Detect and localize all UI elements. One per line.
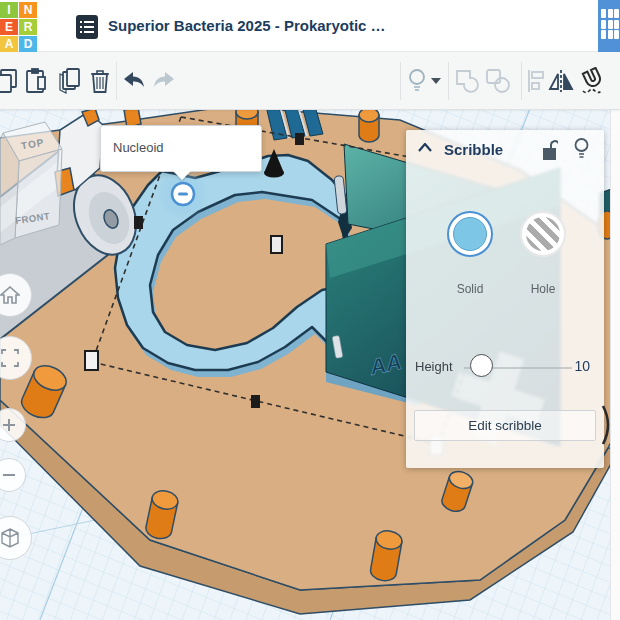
design-title[interactable]: Superior Bacteria 2025 - Prokaryotic …: [108, 17, 386, 34]
expand-panel-chevron-icon[interactable]: [601, 404, 615, 446]
apps-grid-icon: [601, 9, 619, 43]
toolbar-divider: [448, 62, 449, 100]
inspector-header: Scribble: [406, 130, 604, 170]
tooltip-text: Nucleoid: [113, 140, 164, 155]
tinkercad-logo[interactable]: I N E R A D: [0, 2, 37, 51]
tooltip-pointer: [173, 171, 191, 180]
hole-label: Hole: [513, 282, 573, 296]
logo-tile: R: [19, 19, 37, 35]
height-value[interactable]: 10: [574, 358, 590, 374]
shape-name-tooltip: Nucleoid: [100, 125, 262, 172]
scale-handle-corner-west[interactable]: [85, 351, 98, 370]
mirror-button[interactable]: [547, 67, 575, 95]
magnet-button[interactable]: [579, 67, 607, 95]
align-button[interactable]: [521, 67, 549, 95]
paste-button[interactable]: [22, 67, 50, 95]
lock-icon[interactable]: [542, 139, 558, 161]
tinkercad-app: AA: [0, 0, 620, 620]
radius-handle[interactable]: [172, 183, 194, 205]
undo-button[interactable]: [120, 67, 148, 95]
redo-button[interactable]: [150, 67, 178, 95]
scale-handle-center[interactable]: [271, 236, 282, 253]
height-label: Height: [415, 359, 453, 374]
solid-label: Solid: [440, 282, 500, 296]
solid-swatch-color: [453, 217, 487, 251]
height-row: Height 10: [406, 352, 604, 382]
hole-swatch-pattern: [526, 217, 560, 251]
group-button[interactable]: [453, 67, 481, 95]
shape-generators-bulb-icon[interactable]: [403, 67, 431, 95]
collapse-chevron-icon[interactable]: [418, 143, 432, 152]
hide-bulb-icon[interactable]: [573, 137, 590, 161]
duplicate-button[interactable]: [54, 67, 82, 95]
scale-handle-mid-top[interactable]: [295, 133, 304, 145]
logo-tile: E: [0, 19, 18, 35]
toolbar-divider: [116, 62, 117, 100]
blue-slab-shapes[interactable]: [266, 110, 323, 140]
design-menu-icon[interactable]: [76, 15, 98, 39]
bulb-dropdown-caret[interactable]: [428, 67, 444, 95]
toolbar: [0, 52, 620, 110]
logo-tile: D: [19, 36, 37, 52]
shape-inspector-panel: Scribble Solid Hole Height 10 Edit scrib…: [406, 130, 604, 468]
ungroup-button[interactable]: [484, 67, 512, 95]
logo-tile: I: [0, 2, 18, 18]
scale-handle-mid-left[interactable]: [134, 216, 143, 229]
logo-tile: N: [19, 2, 37, 18]
height-slider-knob[interactable]: [470, 354, 493, 377]
logo-tile: A: [0, 36, 18, 52]
apps-grid-button[interactable]: [598, 0, 620, 52]
edit-scribble-button[interactable]: Edit scribble: [414, 410, 596, 441]
scale-handle-mid-bottom[interactable]: [251, 395, 260, 408]
title-bar: I N E R A D Superior Bacteria 2025 - Pro…: [0, 0, 620, 52]
view-cube[interactable]: TOP FRONT: [0, 122, 62, 245]
solid-swatch[interactable]: [447, 211, 493, 257]
inspector-title: Scribble: [444, 141, 503, 158]
shapes-panel-collapsed-strip[interactable]: [610, 110, 620, 620]
copy-button[interactable]: [0, 67, 20, 95]
delete-button[interactable]: [86, 67, 114, 95]
hole-swatch[interactable]: [520, 211, 566, 257]
toolbar-divider: [400, 62, 401, 100]
